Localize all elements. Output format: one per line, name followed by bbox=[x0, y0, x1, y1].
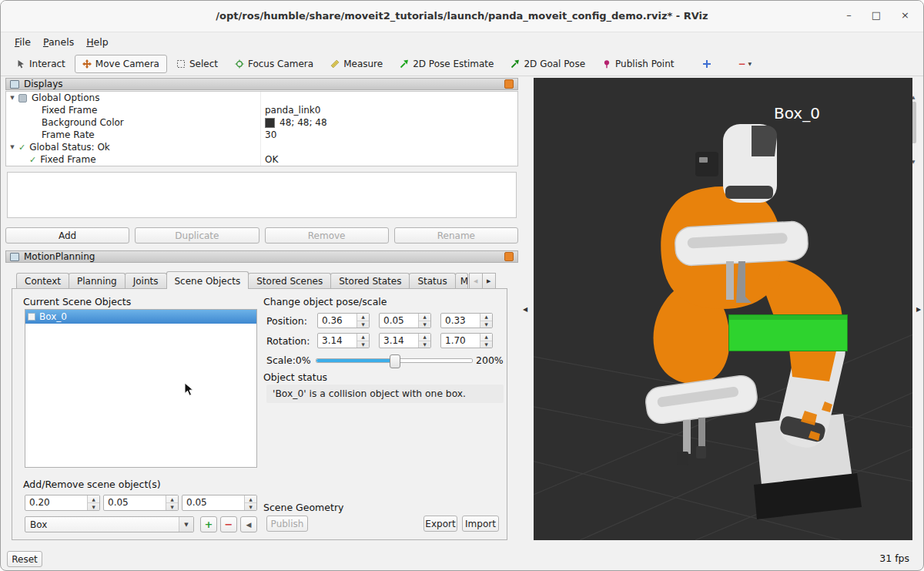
menu-help[interactable]: Help bbox=[80, 34, 115, 50]
spin-up-icon[interactable]: ▲ bbox=[357, 334, 369, 341]
import-button[interactable]: Import bbox=[462, 516, 499, 532]
slider-handle[interactable] bbox=[390, 354, 400, 368]
measure-tool[interactable]: Measure bbox=[323, 55, 390, 73]
focus-camera-tool[interactable]: Focus Camera bbox=[227, 55, 321, 73]
tree-label: Fixed Frame bbox=[40, 154, 95, 165]
maximize-button[interactable]: □ bbox=[872, 9, 881, 21]
tree-row-fixed-frame[interactable]: Fixed Frame panda_link0 bbox=[6, 104, 517, 116]
scale-slider[interactable] bbox=[316, 358, 473, 363]
scene-objects-list[interactable]: Box_0 bbox=[25, 309, 257, 468]
spin-up-icon[interactable]: ▲ bbox=[166, 495, 178, 503]
spin-down-icon[interactable]: ▼ bbox=[480, 341, 492, 348]
tree-row-background-color[interactable]: Background Color 48; 48; 48 bbox=[6, 116, 517, 129]
spin-up-icon[interactable]: ▲ bbox=[480, 314, 492, 321]
tree-label: Global Options bbox=[32, 92, 99, 103]
tree-row-frame-rate[interactable]: Frame Rate 30 bbox=[6, 129, 517, 141]
expander-icon[interactable]: ▼ bbox=[6, 144, 18, 150]
position-z-spinner[interactable]: 0.33 ▲▼ bbox=[440, 313, 493, 328]
display-description-area bbox=[7, 172, 517, 218]
reset-button[interactable]: Reset bbox=[7, 551, 42, 567]
spin-down-icon[interactable]: ▼ bbox=[480, 321, 492, 328]
spin-up-icon[interactable]: ▲ bbox=[245, 495, 256, 503]
select-label: Select bbox=[189, 59, 218, 69]
pose-estimate-tool[interactable]: 2D Pose Estimate bbox=[392, 55, 501, 73]
3d-viewport[interactable]: Box_0 bbox=[534, 78, 912, 540]
move-camera-tool[interactable]: Move Camera bbox=[75, 55, 167, 73]
goal-pose-tool[interactable]: 2D Goal Pose bbox=[503, 55, 593, 73]
titlebar: /opt/ros/humble/share/moveit2_tutorials/… bbox=[1, 1, 923, 32]
tab-joints[interactable]: Joints bbox=[125, 273, 167, 289]
tab-scroll-right-icon[interactable]: ▶ bbox=[482, 273, 496, 289]
tab-planning[interactable]: Planning bbox=[69, 273, 126, 289]
close-button[interactable]: × bbox=[901, 9, 909, 21]
tree-label: Background Color bbox=[42, 117, 124, 128]
position-y-spinner[interactable]: 0.05 ▲▼ bbox=[379, 313, 431, 328]
select-icon bbox=[176, 59, 186, 69]
expander-icon[interactable]: ▼ bbox=[6, 95, 18, 101]
panel-detach-icon[interactable] bbox=[504, 79, 514, 89]
tree-row-status-fixed-frame[interactable]: ✓ Fixed Frame OK bbox=[6, 153, 517, 166]
add-object-button[interactable]: + bbox=[200, 516, 217, 532]
select-tool[interactable]: Select bbox=[169, 55, 226, 73]
spin-up-icon[interactable]: ▲ bbox=[480, 334, 492, 341]
spin-down-icon[interactable]: ▼ bbox=[245, 503, 256, 510]
remove-tool-menu-button[interactable]: − ▼ bbox=[732, 56, 757, 72]
spin-down-icon[interactable]: ▼ bbox=[419, 341, 430, 348]
spin-up-icon[interactable]: ▲ bbox=[419, 314, 430, 321]
menu-panels[interactable]: Panels bbox=[37, 34, 80, 50]
background-color-value[interactable]: 48; 48; 48 bbox=[260, 116, 517, 129]
add-display-button[interactable]: Add bbox=[5, 227, 129, 244]
window-title: /opt/ros/humble/share/moveit2_tutorials/… bbox=[1, 10, 923, 22]
spin-up-icon[interactable]: ▲ bbox=[419, 334, 430, 341]
interact-icon bbox=[16, 59, 25, 69]
motionplanning-panel-title: MotionPlanning bbox=[24, 251, 95, 262]
tab-manipulation-truncated[interactable]: M bbox=[455, 273, 468, 289]
dimension-x-spinner[interactable]: 0.20 ▲▼ bbox=[25, 495, 100, 511]
menubar: File Panels Help bbox=[1, 32, 923, 52]
spin-up-icon[interactable]: ▲ bbox=[88, 495, 99, 503]
minimize-button[interactable]: – bbox=[846, 9, 852, 21]
menu-file[interactable]: File bbox=[8, 34, 37, 50]
fixed-frame-value[interactable]: panda_link0 bbox=[260, 104, 517, 116]
motionplanning-panel-header[interactable]: MotionPlanning bbox=[5, 250, 518, 263]
publish-point-tool[interactable]: Publish Point bbox=[594, 55, 681, 73]
collapse-right-panel-icon[interactable]: ▶ bbox=[914, 303, 923, 315]
collapse-left-panel-icon[interactable]: ◀ bbox=[521, 303, 530, 315]
remove-object-button[interactable]: − bbox=[220, 516, 237, 532]
tree-row-global-options[interactable]: ▼ Global Options bbox=[6, 92, 517, 104]
dimension-z-spinner[interactable]: 0.05 ▲▼ bbox=[182, 495, 257, 511]
collision-box bbox=[728, 314, 848, 351]
frame-rate-value[interactable]: 30 bbox=[260, 129, 517, 141]
tab-context[interactable]: Context bbox=[16, 273, 69, 289]
rotation-z-spinner[interactable]: 1.70 ▲▼ bbox=[440, 333, 493, 348]
add-tool-button[interactable] bbox=[697, 56, 717, 72]
tree-row-global-status[interactable]: ▼ ✓ Global Status: Ok bbox=[6, 141, 517, 153]
measure-label: Measure bbox=[343, 59, 383, 69]
position-x-spinner[interactable]: 0.36 ▲▼ bbox=[317, 313, 370, 328]
tab-stored-states[interactable]: Stored States bbox=[330, 273, 410, 289]
spin-down-icon[interactable]: ▼ bbox=[419, 321, 430, 328]
goal-pose-label: 2D Goal Pose bbox=[524, 59, 585, 69]
tab-stored-scenes[interactable]: Stored Scenes bbox=[248, 273, 331, 289]
spin-down-icon[interactable]: ▼ bbox=[166, 503, 178, 510]
rotation-x-spinner[interactable]: 3.14 ▲▼ bbox=[317, 333, 370, 348]
export-button[interactable]: Export bbox=[424, 516, 457, 532]
interact-tool[interactable]: Interact bbox=[8, 55, 73, 73]
spin-up-icon[interactable]: ▲ bbox=[357, 314, 369, 321]
list-item-box0[interactable]: Box_0 bbox=[25, 310, 256, 324]
shape-dropdown[interactable]: Box ▼ bbox=[25, 516, 194, 532]
load-object-button[interactable]: ◀ bbox=[240, 516, 257, 532]
add-tool-icon bbox=[702, 59, 711, 69]
chevron-down-icon: ▼ bbox=[748, 61, 752, 66]
tab-status[interactable]: Status bbox=[409, 273, 455, 289]
rotation-y-spinner[interactable]: 3.14 ▲▼ bbox=[379, 333, 431, 348]
panel-detach-icon[interactable] bbox=[504, 252, 514, 261]
displays-panel-header[interactable]: Displays bbox=[5, 78, 518, 90]
status-ok-icon: ✓ bbox=[18, 143, 25, 153]
dimension-y-spinner[interactable]: 0.05 ▲▼ bbox=[103, 495, 179, 511]
spin-down-icon[interactable]: ▼ bbox=[357, 341, 369, 348]
tree-label: Fixed Frame bbox=[42, 105, 97, 116]
tab-scene-objects[interactable]: Scene Objects bbox=[166, 271, 249, 289]
spin-down-icon[interactable]: ▼ bbox=[357, 321, 369, 328]
spin-down-icon[interactable]: ▼ bbox=[88, 503, 99, 510]
